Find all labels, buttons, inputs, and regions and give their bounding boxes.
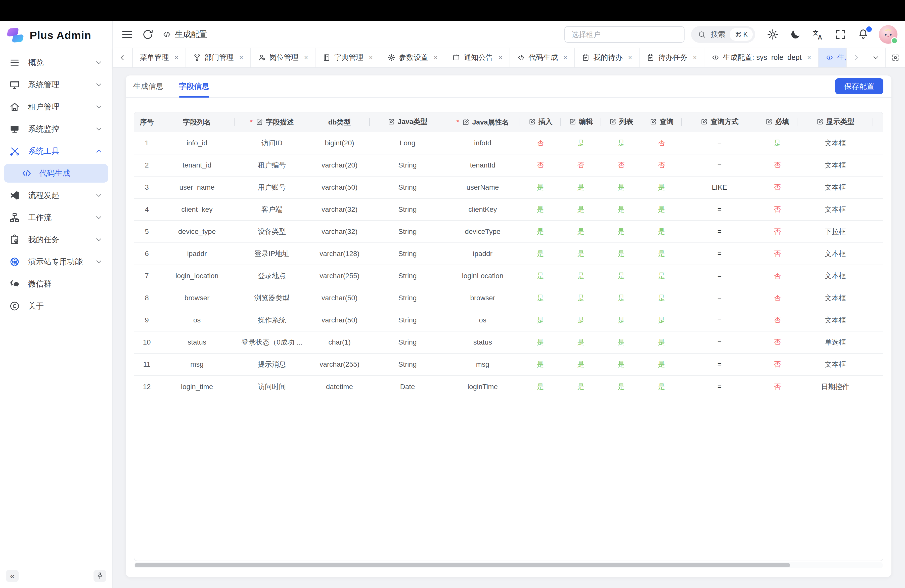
horizontal-scrollbar-thumb[interactable] [135,563,790,567]
cell-query-type[interactable]: = [682,221,757,243]
toggle-edit[interactable]: 是 [578,250,584,257]
cell-query-type[interactable]: = [682,331,757,353]
tab-menu-management[interactable]: 菜单管理× [133,48,186,67]
cell-edit[interactable]: 是 [560,265,601,287]
toggle-list[interactable]: 是 [618,250,625,257]
toggle-required[interactable]: 否 [774,161,781,169]
cell-list[interactable]: 是 [601,199,641,221]
cell-query[interactable]: 是 [641,375,682,397]
tab-post-management[interactable]: 岗位管理× [251,48,316,67]
toggle-edit[interactable]: 是 [578,272,584,280]
tab-param-settings[interactable]: 参数设置× [380,48,445,67]
toggle-list[interactable]: 是 [618,205,625,213]
toggle-query[interactable]: 否 [658,161,665,169]
toggle-query[interactable]: 是 [658,250,665,257]
close-icon[interactable]: × [369,54,373,61]
cell-query-type[interactable]: = [682,353,757,375]
cell-query-type[interactable]: LIKE [682,176,757,199]
cell-edit[interactable]: 是 [560,176,601,199]
toggle-required[interactable]: 否 [774,272,781,280]
cell-display-type[interactable]: 日期控件 [797,375,873,397]
cell-required[interactable]: 否 [757,243,797,265]
cell-query[interactable]: 是 [641,331,682,353]
cell-display-type[interactable]: 文本框 [797,132,873,154]
cell-insert[interactable]: 是 [520,243,560,265]
cell-query-type[interactable]: = [682,375,757,397]
tab-list-menu-button[interactable] [866,48,885,67]
toggle-required[interactable]: 否 [774,250,781,257]
cell-list[interactable]: 是 [601,221,641,243]
toggle-edit[interactable]: 是 [578,294,584,302]
sidebar-item-wechat-group[interactable]: 微信群 [4,275,108,293]
toggle-insert[interactable]: 是 [537,361,544,368]
cell-required[interactable]: 否 [757,331,797,353]
cell-edit[interactable]: 是 [560,309,601,331]
toggle-insert[interactable]: 是 [537,316,544,324]
query-type-value[interactable]: = [718,338,721,346]
refresh-page-button[interactable] [142,29,154,40]
sidebar-item-demo-features[interactable]: 演示站专用功能 [4,253,108,271]
cell-insert[interactable]: 是 [520,331,560,353]
toggle-list[interactable]: 是 [618,338,625,346]
cell-required[interactable]: 否 [757,287,797,309]
column-header-display-type[interactable]: 显示类型 [797,113,873,132]
cell-required[interactable]: 否 [757,199,797,221]
cell-display-type[interactable]: 下拉框 [797,221,873,243]
tenant-select-input[interactable] [564,26,684,43]
query-type-value[interactable]: = [718,294,721,302]
collapse-sidebar-button[interactable]: « [6,570,19,582]
column-header-query-type[interactable]: 查询方式 [682,113,757,132]
tab-todo-tasks[interactable]: 待办任务× [640,48,704,67]
cell-required[interactable]: 否 [757,154,797,176]
column-header-field-desc[interactable]: *字段描述 [235,113,309,132]
cell-edit[interactable]: 是 [560,331,601,353]
toggle-list[interactable]: 是 [618,183,625,191]
toggle-query[interactable]: 是 [658,338,665,346]
toggle-insert[interactable]: 是 [537,383,544,391]
toggle-list[interactable]: 是 [618,139,625,147]
toggle-query[interactable]: 是 [658,227,665,235]
language-button[interactable]: 文A [812,29,824,40]
cell-insert[interactable]: 否 [520,132,560,154]
toggle-list[interactable]: 是 [618,361,625,368]
query-type-value[interactable]: = [718,316,721,324]
column-header-java-attr[interactable]: *Java属性名 [445,113,520,132]
cell-query-type[interactable]: = [682,243,757,265]
column-header-insert[interactable]: 插入 [520,113,560,132]
cell-list[interactable]: 是 [601,331,641,353]
tab-field-info[interactable]: 字段信息 [179,75,209,97]
scroll-tabs-right-button[interactable] [846,48,866,67]
cell-edit[interactable]: 是 [560,353,601,375]
cell-query[interactable]: 是 [641,199,682,221]
toggle-insert[interactable]: 是 [537,227,544,235]
cell-query-type[interactable]: = [682,199,757,221]
toggle-required[interactable]: 是 [774,139,781,147]
query-type-value[interactable]: = [718,227,721,235]
toggle-required[interactable]: 否 [774,227,781,235]
cell-insert[interactable]: 是 [520,265,560,287]
tab-dict-management[interactable]: 字典管理× [316,48,380,67]
sidebar-item-about[interactable]: 关于 [4,297,108,315]
cell-insert[interactable]: 是 [520,287,560,309]
toggle-list[interactable]: 是 [618,316,625,324]
close-icon[interactable]: × [499,54,503,61]
sidebar-item-system-management[interactable]: 系统管理 [4,75,108,94]
scroll-tabs-left-button[interactable] [113,48,133,67]
query-type-value[interactable]: = [718,161,721,169]
cell-display-type[interactable]: 文本框 [797,265,873,287]
toggle-query[interactable]: 是 [658,294,665,302]
cell-display-type[interactable]: 文本框 [797,199,873,221]
toggle-required[interactable]: 否 [774,294,781,302]
sidebar-item-my-tasks[interactable]: 我的任务 [4,230,108,249]
maximize-content-button[interactable] [885,48,905,67]
cell-list[interactable]: 是 [601,353,641,375]
toggle-insert[interactable]: 是 [537,272,544,280]
sidebar-item-overview[interactable]: 概览 [4,53,108,72]
toggle-required[interactable]: 否 [774,361,781,368]
query-type-value[interactable]: = [718,139,721,147]
cell-edit[interactable]: 是 [560,199,601,221]
cell-edit[interactable]: 是 [560,132,601,154]
tab-gen-config-sys-role-dept[interactable]: 生成配置: sys_role_dept× [704,48,819,67]
toggle-edit[interactable]: 否 [578,161,584,169]
toggle-insert[interactable]: 是 [537,205,544,213]
